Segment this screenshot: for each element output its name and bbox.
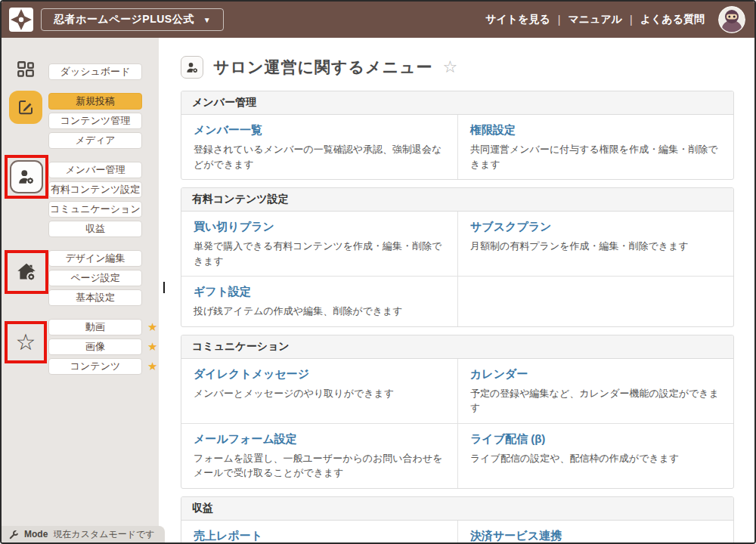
menu-cell: 権限設定 共同運営メンバーに付与する権限を作成・編集・削除できます bbox=[457, 115, 733, 179]
section-title: 有料コンテンツ設定 bbox=[181, 188, 733, 212]
section-row: 売上レポート 売上や収益の状況を確認できます 決済サービス連携 決済サービスの連… bbox=[181, 521, 733, 544]
section-row: メンバー一覧 登録されているメンバーの一覧確認や承認、強制退会などができます 権… bbox=[181, 115, 733, 179]
favorite-toggle-star-icon[interactable]: ☆ bbox=[442, 59, 457, 76]
sidebar-item-dashboard[interactable]: ダッシュボード bbox=[48, 63, 142, 80]
section-communication: コミュニケーション ダイレクトメッセージ メンバーとメッセージのやり取りができま… bbox=[181, 335, 734, 489]
sidebar-item-design-edit[interactable]: デザイン編集 bbox=[48, 250, 142, 267]
starred-icon[interactable]: ★ bbox=[147, 319, 157, 335]
app-window: 忍者ホームページPLUS公式 ▼ サイトを見る | マニュアル | よくある質問 bbox=[0, 0, 756, 544]
sidebar-item-communication[interactable]: コミュニケーション bbox=[48, 201, 142, 218]
menu-cell: メールフォーム設定 フォームを設置し、一般ユーザーからのお問い合わせをメールで受… bbox=[181, 424, 457, 488]
mail-form-settings-link[interactable]: メールフォーム設定 bbox=[194, 432, 297, 447]
page-title-row: サロン運営に関するメニュー ☆ bbox=[181, 56, 734, 79]
new-post-icon[interactable] bbox=[9, 91, 42, 124]
menu-description: 共同運営メンバーに付与する権限を作成・編集・削除できます bbox=[470, 142, 721, 172]
nav-separator: | bbox=[558, 14, 561, 26]
menu-description: ライブ配信の設定や、配信枠の作成ができます bbox=[470, 451, 721, 466]
sidebar-group-salon: メンバー管理 有料コンテンツ設定 コミュニケーション 収益 bbox=[48, 162, 159, 237]
favorites-icon[interactable]: ☆ bbox=[16, 331, 36, 354]
mode-status-text: 現在カスタムモードです bbox=[53, 528, 154, 541]
nav-separator: | bbox=[630, 14, 633, 26]
menu-cell: 買い切りプラン 単発で購入できる有料コンテンツを作成・編集・削除できます bbox=[181, 212, 457, 276]
gift-settings-link[interactable]: ギフト設定 bbox=[194, 285, 251, 299]
section-title: メンバー管理 bbox=[181, 91, 733, 115]
wrench-icon bbox=[9, 530, 19, 539]
direct-message-link[interactable]: ダイレクトメッセージ bbox=[194, 367, 309, 382]
menu-cell: カレンダー 予定の登録や編集など、カレンダー機能の設定ができます bbox=[457, 359, 733, 423]
sidebar-item-paid-content[interactable]: 有料コンテンツ設定 bbox=[48, 181, 142, 198]
menu-cell: ライブ配信 (β) ライブ配信の設定や、配信枠の作成ができます bbox=[457, 424, 733, 488]
member-settings-icon[interactable] bbox=[10, 160, 43, 193]
menu-description: 投げ銭アイテムの作成や編集、削除ができます bbox=[194, 304, 445, 319]
one-time-plan-link[interactable]: 買い切りプラン bbox=[194, 220, 274, 234]
sidebar-item-page-settings[interactable]: ページ設定 bbox=[48, 270, 142, 286]
site-settings-icon[interactable] bbox=[15, 261, 38, 283]
view-site-link[interactable]: サイトを見る bbox=[485, 13, 550, 26]
text-cursor-artifact bbox=[163, 282, 165, 293]
starred-icon[interactable]: ★ bbox=[147, 338, 157, 355]
section-row: 買い切りプラン 単発で購入できる有料コンテンツを作成・編集・削除できます サブス… bbox=[181, 212, 733, 276]
section-title: コミュニケーション bbox=[181, 335, 733, 359]
sidebar-group-favorites: 動画 ★ 画像 ★ コンテンツ ★ bbox=[48, 319, 159, 375]
dashboard-icon[interactable] bbox=[15, 59, 36, 80]
mode-label: Mode bbox=[24, 529, 48, 539]
subscription-plan-link[interactable]: サブスクプラン bbox=[470, 220, 551, 234]
sales-report-link[interactable]: 売上レポート bbox=[194, 529, 262, 543]
sidebar-group-design: デザイン編集 ページ設定 基本設定 bbox=[48, 250, 159, 306]
mode-status-bar[interactable]: Mode 現在カスタムモードです bbox=[2, 526, 165, 542]
sidebar-group-dashboard: ダッシュボード bbox=[48, 63, 159, 80]
section-revenue: 収益 売上レポート 売上や収益の状況を確認できます 決済サービス連携 決済サービ… bbox=[181, 496, 734, 544]
sidebar-item-revenue[interactable]: 収益 bbox=[48, 221, 142, 237]
annotation-box-favorites: ☆ bbox=[5, 321, 47, 363]
starred-icon[interactable]: ★ bbox=[147, 358, 157, 375]
menu-cell: ダイレクトメッセージ メンバーとメッセージのやり取りができます bbox=[181, 359, 457, 423]
section-row: ダイレクトメッセージ メンバーとメッセージのやり取りができます カレンダー 予定… bbox=[181, 359, 733, 423]
member-gear-icon bbox=[181, 56, 203, 79]
top-bar: 忍者ホームページPLUS公式 ▼ サイトを見る | マニュアル | よくある質問 bbox=[2, 2, 754, 38]
live-streaming-link[interactable]: ライブ配信 (β) bbox=[470, 432, 545, 447]
page-body: ☆ ダッシュボード 新規投稿 コンテンツ管理 メディア メンバー管理 有料コンテ… bbox=[2, 38, 754, 542]
menu-description: メンバーとメッセージのやり取りができます bbox=[194, 386, 445, 401]
sidebar-menu: ダッシュボード 新規投稿 コンテンツ管理 メディア メンバー管理 有料コンテンツ… bbox=[48, 63, 159, 388]
sidebar-item-media[interactable]: メディア bbox=[48, 132, 142, 149]
annotation-box-member bbox=[5, 155, 48, 199]
menu-description: フォームを設置し、一般ユーザーからのお問い合わせをメールで受け取ることができます bbox=[194, 451, 445, 481]
sidebar-item-basic-settings[interactable]: 基本設定 bbox=[48, 289, 142, 306]
section-row: ギフト設定 投げ銭アイテムの作成や編集、削除ができます bbox=[181, 276, 733, 326]
section-row: メールフォーム設定 フォームを設置し、一般ユーザーからのお問い合わせをメールで受… bbox=[181, 423, 733, 488]
ninja-logo-icon[interactable] bbox=[8, 6, 35, 33]
calendar-link[interactable]: カレンダー bbox=[470, 367, 528, 382]
page-title: サロン運営に関するメニュー bbox=[213, 57, 432, 78]
menu-cell: メンバー一覧 登録されているメンバーの一覧確認や承認、強制退会などができます bbox=[181, 115, 457, 179]
sidebar-item-image[interactable]: 画像 bbox=[48, 338, 142, 355]
annotation-box-site bbox=[5, 250, 48, 294]
user-avatar[interactable] bbox=[718, 6, 745, 33]
sidebar-item-content-manage[interactable]: コンテンツ管理 bbox=[48, 113, 142, 129]
sidebar-item-member-manage[interactable]: メンバー管理 bbox=[48, 162, 142, 178]
member-list-link[interactable]: メンバー一覧 bbox=[194, 123, 262, 138]
permission-settings-link[interactable]: 権限設定 bbox=[470, 123, 516, 138]
sidebar-item-video[interactable]: 動画 bbox=[48, 319, 142, 335]
sidebar-group-content: 新規投稿 コンテンツ管理 メディア bbox=[48, 93, 159, 149]
section-title: 収益 bbox=[181, 497, 733, 521]
manual-link[interactable]: マニュアル bbox=[568, 13, 622, 26]
sidebar-item-content[interactable]: コンテンツ bbox=[48, 358, 142, 375]
menu-cell: 売上レポート 売上や収益の状況を確認できます bbox=[181, 521, 457, 544]
section-member-management: メンバー管理 メンバー一覧 登録されているメンバーの一覧確認や承認、強制退会など… bbox=[181, 91, 734, 180]
menu-cell: ギフト設定 投げ銭アイテムの作成や編集、削除ができます bbox=[181, 277, 457, 326]
empty-cell bbox=[457, 277, 733, 326]
menu-description: 単発で購入できる有料コンテンツを作成・編集・削除できます bbox=[194, 239, 445, 268]
sidebar-item-new-post[interactable]: 新規投稿 bbox=[48, 93, 142, 110]
dropdown-arrow-icon: ▼ bbox=[203, 16, 211, 24]
menu-description: 予定の登録や編集など、カレンダー機能の設定ができます bbox=[470, 386, 721, 416]
menu-description: 登録されているメンバーの一覧確認や承認、強制退会などができます bbox=[194, 142, 445, 172]
faq-link[interactable]: よくある質問 bbox=[640, 13, 705, 26]
site-selector-dropdown[interactable]: 忍者ホームページPLUS公式 ▼ bbox=[41, 8, 224, 31]
site-name: 忍者ホームページPLUS公式 bbox=[54, 13, 194, 26]
sidebar: ☆ ダッシュボード 新規投稿 コンテンツ管理 メディア メンバー管理 有料コンテ… bbox=[2, 38, 159, 542]
menu-cell: サブスクプラン 月額制の有料プランを作成・編集・削除できます bbox=[457, 212, 733, 276]
menu-description: 月額制の有料プランを作成・編集・削除できます bbox=[470, 239, 721, 254]
payment-service-link[interactable]: 決済サービス連携 bbox=[470, 529, 562, 543]
section-paid-content: 有料コンテンツ設定 買い切りプラン 単発で購入できる有料コンテンツを作成・編集・… bbox=[181, 187, 734, 327]
top-nav: サイトを見る | マニュアル | よくある質問 bbox=[485, 6, 745, 33]
